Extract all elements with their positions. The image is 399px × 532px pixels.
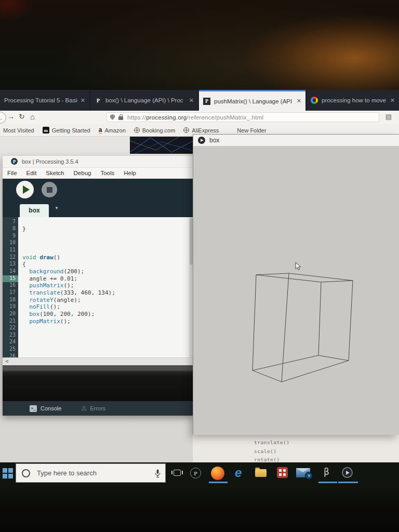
sketch-tab[interactable]: box [20, 204, 49, 217]
menu-help[interactable]: Help [119, 170, 141, 176]
menu-tools[interactable]: Tools [96, 170, 119, 176]
edge-icon[interactable]: e [235, 466, 242, 480]
tab-close-button[interactable]: ✕ [81, 97, 85, 104]
processing-ide-window: P box | Processing 3.5.4 FileEditSketchD… [3, 156, 193, 416]
reader-mode-icon[interactable]: ▤ [385, 113, 392, 121]
play-triangle-icon [346, 471, 350, 475]
red-app-icon[interactable] [277, 467, 288, 478]
code-editor[interactable]: 7891011121314151617181920212223242526 }v… [3, 217, 193, 358]
firefox-active-underline [209, 482, 228, 483]
photo-of-screen: Processing Tutorial 5 - Basic S✕Pbox() \… [0, 0, 399, 532]
processing-favicon: P [95, 97, 102, 104]
browser-tab[interactable]: Processing Tutorial 5 - Basic S✕ [0, 90, 89, 111]
tab-label: Processing Tutorial 5 - Basic S [4, 97, 77, 103]
browser-tab[interactable]: Pbox() \ Language (API) \ Proc✕ [90, 90, 198, 111]
cortana-icon [22, 469, 30, 477]
warning-icon: ⚠ [81, 405, 87, 412]
beta-active-underline [318, 482, 337, 483]
scroll-left-arrow-icon[interactable]: < [5, 358, 9, 365]
tab-close-button[interactable]: ✕ [189, 97, 194, 104]
stop-button[interactable] [42, 182, 57, 197]
search-placeholder: Type here to search [37, 469, 97, 477]
editor-gutter: 7891011121314151617181920212223242526 [3, 217, 18, 358]
related-links: translate()scale()rotate() [193, 435, 399, 464]
photo-background-top [0, 0, 399, 90]
browser-tab-bar: Processing Tutorial 5 - Basic S✕Pbox() \… [0, 90, 399, 111]
forward-button[interactable]: → [7, 112, 15, 121]
tab-close-button[interactable]: ✕ [390, 97, 395, 104]
bookmark-label: New Folder [237, 127, 266, 134]
play-triangle-icon [201, 139, 204, 142]
amazon-icon: a [99, 127, 102, 134]
windows-taskbar: Type here to search P e 9 β [0, 462, 399, 484]
back-button[interactable]: ← [0, 112, 6, 124]
tab-label: box() \ Language (API) \ Proc [105, 97, 186, 103]
menu-file[interactable]: File [3, 170, 22, 176]
globe-icon [183, 127, 189, 133]
ide-footer-tabs: >_Console ⚠Errors [3, 401, 193, 416]
url-bar[interactable]: https://processing.org/reference/pushMat… [107, 112, 379, 122]
console-label: Console [41, 405, 61, 411]
stop-icon [47, 187, 52, 193]
bookmark-item[interactable]: aAmazon [99, 127, 126, 134]
bookmark-label: AliExpress [192, 127, 219, 134]
file-explorer-icon[interactable] [255, 469, 267, 477]
menu-edit[interactable]: Edit [22, 170, 42, 176]
url-scheme: https:// [127, 114, 146, 121]
sketch-window-title: box [209, 137, 219, 144]
reload-button[interactable]: ↻ [19, 112, 25, 121]
tab-menu-caret-icon[interactable]: ▼ [55, 206, 59, 210]
bookmark-item[interactable]: AliExpress [183, 127, 219, 134]
sketch-active-underline [338, 482, 358, 483]
taskbar-search-input[interactable]: Type here to search [16, 463, 166, 483]
firefox-icon[interactable] [211, 467, 224, 480]
browser-tab[interactable]: processing how to move an o✕ [307, 90, 399, 111]
sketch-app-icon [198, 137, 205, 144]
play-icon [23, 185, 30, 194]
errors-tab[interactable]: ⚠Errors [81, 405, 105, 412]
tab-close-button[interactable]: ✕ [297, 98, 301, 104]
menu-sketch[interactable]: Sketch [41, 170, 69, 176]
sketch-title-bar[interactable]: box [193, 135, 399, 147]
bookmark-label: Getting Started [52, 127, 90, 134]
console-tab[interactable]: >_Console [30, 405, 61, 412]
monitor-screen: Processing Tutorial 5 - Basic S✕Pbox() \… [0, 90, 399, 484]
tracking-protection-icon[interactable] [110, 114, 115, 120]
back-arrow-icon: ← [0, 114, 4, 122]
mouse-cursor [295, 262, 301, 271]
mail-icon[interactable]: 9 [296, 468, 310, 477]
ide-menu-bar: FileEditSketchDebugToolsHelp [3, 168, 193, 179]
processing-favicon: P [203, 98, 210, 105]
ide-title-bar[interactable]: P box | Processing 3.5.4 [3, 156, 193, 168]
related-link[interactable]: scale() [254, 447, 399, 456]
url-host: processing.org [146, 114, 187, 121]
beta-app-icon[interactable]: β [324, 467, 329, 477]
browser-tab[interactable]: PpushMatrix() \ Language (API✕ [199, 90, 305, 111]
https-lock-icon [118, 116, 123, 120]
home-button[interactable]: ⌂ [30, 112, 35, 121]
task-view-icon[interactable] [174, 470, 181, 476]
start-button[interactable] [3, 468, 12, 478]
editor-horizontal-scrollbar[interactable]: < [3, 357, 193, 365]
bookmark-item[interactable]: Booking.com [134, 127, 176, 134]
related-link[interactable]: translate() [254, 438, 399, 447]
menu-debug[interactable]: Debug [69, 170, 96, 176]
processing-taskbar-icon[interactable]: P [190, 468, 201, 478]
bookmark-item[interactable]: New Folder [227, 127, 266, 134]
google-favicon [311, 97, 318, 104]
sketch-window: box [193, 134, 399, 434]
processing-icon: P [11, 158, 18, 165]
ide-tab-strip: box ▼ [3, 201, 193, 217]
page-banner-image [130, 137, 195, 154]
browser-nav-bar: ← → ↻ ⌂ https://processing.org/reference… [0, 111, 399, 125]
bookmark-label: Most Visited [3, 127, 34, 134]
bookmark-item[interactable]: Most Visited [3, 127, 34, 134]
errors-label: Errors [90, 405, 105, 411]
running-sketch-icon[interactable] [342, 467, 353, 478]
microphone-icon[interactable] [155, 469, 161, 478]
sketch-canvas [193, 147, 399, 435]
tab-label: pushMatrix() \ Language (API [214, 98, 294, 104]
bookmark-item[interactable]: mGetting Started [43, 127, 90, 134]
mail-badge: 9 [305, 472, 313, 480]
run-button[interactable] [16, 181, 34, 198]
